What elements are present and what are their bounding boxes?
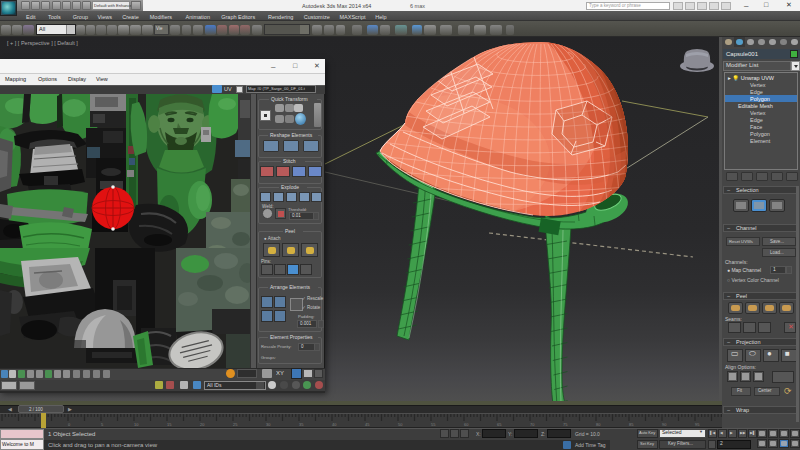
- svg-text:45: 45: [365, 422, 370, 427]
- svg-text:25: 25: [233, 422, 238, 427]
- svg-text:80: 80: [596, 422, 601, 427]
- svg-text:30: 30: [266, 422, 271, 427]
- svg-text:70: 70: [530, 422, 535, 427]
- svg-text:5: 5: [101, 422, 104, 427]
- svg-text:65: 65: [497, 422, 502, 427]
- svg-text:60: 60: [464, 422, 469, 427]
- svg-text:35: 35: [299, 422, 304, 427]
- svg-text:50: 50: [398, 422, 403, 427]
- svg-text:85: 85: [629, 422, 634, 427]
- svg-text:40: 40: [332, 422, 337, 427]
- svg-text:20: 20: [200, 422, 205, 427]
- svg-text:10: 10: [134, 422, 139, 427]
- svg-text:95: 95: [695, 422, 700, 427]
- svg-text:15: 15: [167, 422, 172, 427]
- svg-text:90: 90: [662, 422, 667, 427]
- svg-text:55: 55: [431, 422, 436, 427]
- svg-text:75: 75: [563, 422, 568, 427]
- svg-text:0: 0: [68, 422, 71, 427]
